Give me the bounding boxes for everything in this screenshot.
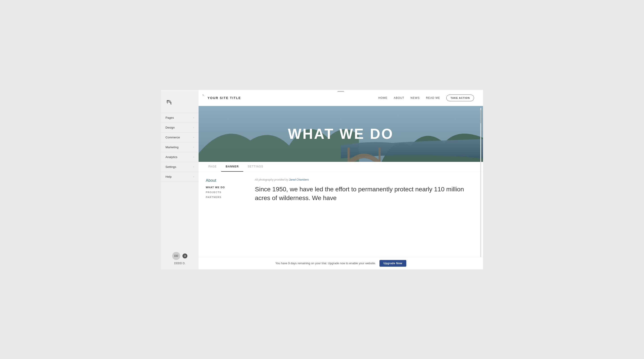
content-right-body: All photography provided by Jared Chambe… bbox=[255, 178, 476, 251]
photo-credit: All photography provided by Jared Chambe… bbox=[255, 178, 476, 181]
site-nav-home[interactable]: HOME bbox=[378, 96, 388, 100]
svg-rect-3 bbox=[171, 102, 171, 104]
chevron-right-icon: › bbox=[193, 136, 194, 138]
sidebar: Pages › Design › Commerce › Marketing › … bbox=[161, 90, 198, 269]
avatar[interactable]: DD bbox=[172, 252, 180, 260]
svg-rect-5 bbox=[348, 148, 350, 162]
scrollbar[interactable] bbox=[480, 108, 481, 260]
resize-handle[interactable] bbox=[338, 91, 344, 92]
site-preview: ↖ YOUR SITE TITLE HOME ABOUT NEWS READ M… bbox=[198, 90, 483, 257]
hero-background: WHAT WE DO bbox=[198, 106, 483, 162]
sidebar-user-section: DD 3 DDDD D. bbox=[161, 248, 198, 269]
body-text: Since 1950, we have led the effort to pe… bbox=[255, 185, 476, 202]
squarespace-icon bbox=[166, 99, 173, 106]
sidebar-item-commerce[interactable]: Commerce › bbox=[161, 132, 198, 142]
chevron-right-icon: › bbox=[193, 116, 194, 119]
chevron-right-icon: › bbox=[193, 166, 194, 168]
chevron-right-icon: › bbox=[193, 126, 194, 129]
site-nav-read-me[interactable]: READ ME bbox=[426, 96, 440, 100]
sidebar-item-design[interactable]: Design › bbox=[161, 122, 198, 132]
sidebar-item-label: Pages bbox=[166, 116, 174, 119]
trial-bar-text: You have 9 days remaining on your trial.… bbox=[275, 262, 376, 265]
notification-badge[interactable]: 3 bbox=[182, 254, 188, 258]
sidebar-navigation: Pages › Design › Commerce › Marketing › … bbox=[161, 113, 198, 248]
site-title: YOUR SITE TITLE bbox=[208, 96, 241, 100]
sidebar-logo bbox=[161, 90, 198, 113]
content-nav-what-we-do[interactable]: WHAT WE DO bbox=[206, 186, 246, 189]
content-nav-partners[interactable]: PARTNERS bbox=[206, 196, 246, 198]
sidebar-item-analytics[interactable]: Analytics › bbox=[161, 152, 198, 162]
site-nav-about[interactable]: ABOUT bbox=[394, 96, 404, 100]
site-navbar: YOUR SITE TITLE HOME ABOUT NEWS READ ME … bbox=[198, 90, 483, 106]
sidebar-item-pages[interactable]: Pages › bbox=[161, 113, 198, 122]
sidebar-item-label: Marketing bbox=[166, 146, 178, 149]
site-nav-news[interactable]: NEWS bbox=[410, 96, 420, 100]
hero-section: WHAT WE DO bbox=[198, 106, 483, 162]
user-avatar-row: DD 3 bbox=[172, 252, 188, 260]
page-tabs: Page BANNER SETTINGS bbox=[198, 162, 483, 172]
photo-credit-link[interactable]: Jared Chambers bbox=[289, 178, 309, 181]
tab-settings[interactable]: SETTINGS bbox=[243, 162, 268, 172]
chevron-right-icon: › bbox=[193, 175, 194, 178]
preview-corner-icon[interactable]: ↖ bbox=[202, 94, 205, 97]
tab-banner[interactable]: BANNER bbox=[221, 162, 243, 172]
scrollbar-thumb bbox=[480, 110, 481, 124]
tab-page[interactable]: Page bbox=[204, 162, 221, 172]
trial-bar: You have 9 days remaining on your trial.… bbox=[198, 257, 483, 269]
site-nav-links: HOME ABOUT NEWS READ ME TAKE ACTION bbox=[378, 94, 474, 101]
sidebar-item-settings[interactable]: Settings › bbox=[161, 162, 198, 172]
content-nav-projects[interactable]: PROJECTS bbox=[206, 191, 246, 194]
site-cta-button[interactable]: TAKE ACTION bbox=[446, 94, 474, 101]
content-left-nav: About WHAT WE DO PROJECTS PARTNERS bbox=[206, 178, 246, 251]
sidebar-item-label: Commerce bbox=[166, 136, 180, 139]
sidebar-item-label: Settings bbox=[166, 165, 176, 168]
chevron-right-icon: › bbox=[193, 146, 194, 148]
sidebar-item-label: Analytics bbox=[166, 155, 177, 159]
svg-rect-1 bbox=[167, 100, 167, 103]
section-title: About bbox=[206, 178, 246, 183]
main-content: ↖ YOUR SITE TITLE HOME ABOUT NEWS READ M… bbox=[198, 90, 483, 269]
svg-rect-6 bbox=[378, 148, 380, 162]
upgrade-button[interactable]: Upgrade Now bbox=[380, 260, 406, 267]
sidebar-item-help[interactable]: Help › bbox=[161, 172, 198, 182]
photo-credit-text: All photography provided by bbox=[255, 178, 289, 181]
content-area: About WHAT WE DO PROJECTS PARTNERS All p… bbox=[198, 172, 483, 257]
sidebar-item-marketing[interactable]: Marketing › bbox=[161, 142, 198, 152]
hero-heading: WHAT WE DO bbox=[288, 126, 394, 142]
sidebar-item-label: Design bbox=[166, 126, 175, 129]
sidebar-item-label: Help bbox=[166, 175, 172, 178]
chevron-right-icon: › bbox=[193, 156, 194, 158]
user-name: DDDD D. bbox=[174, 262, 185, 265]
